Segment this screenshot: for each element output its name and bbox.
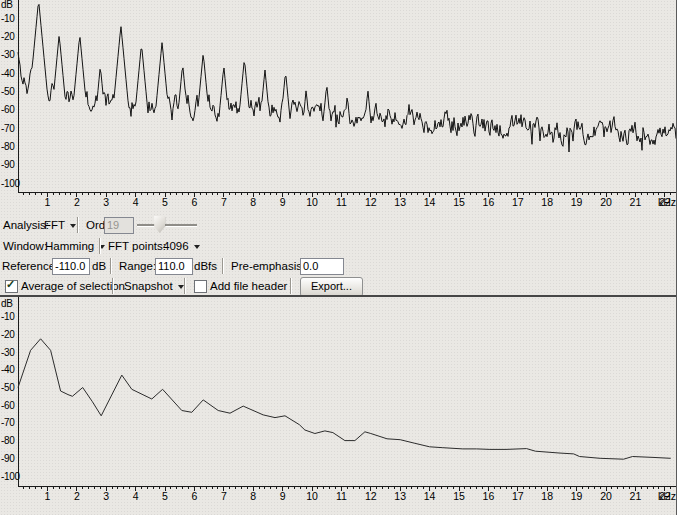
svg-text:12: 12 bbox=[365, 490, 377, 502]
svg-text:dB: dB bbox=[1, 298, 13, 309]
svg-text:20: 20 bbox=[600, 196, 612, 208]
svg-text:7: 7 bbox=[221, 490, 227, 502]
svg-text:-60: -60 bbox=[1, 104, 15, 115]
svg-text:11: 11 bbox=[336, 196, 347, 208]
svg-text:12: 12 bbox=[365, 196, 377, 208]
svg-text:20: 20 bbox=[600, 490, 612, 502]
actions-row: ✓ Average of selection Snapshot ✓ Add fi… bbox=[0, 277, 677, 297]
average-of-selection-checkbox[interactable]: ✓ bbox=[5, 280, 18, 293]
svg-text:10: 10 bbox=[306, 490, 318, 502]
analysis-label: Analysis: bbox=[3, 216, 49, 234]
svg-text:16: 16 bbox=[483, 490, 495, 502]
svg-text:21: 21 bbox=[630, 196, 642, 208]
svg-text:11: 11 bbox=[336, 490, 347, 502]
reference-row: Reference: -110.0 dB Range: 110.0 dBfs P… bbox=[0, 257, 677, 277]
separator bbox=[290, 278, 292, 294]
svg-text:-10: -10 bbox=[1, 311, 15, 322]
svg-text:19: 19 bbox=[571, 490, 583, 502]
svg-text:kHz: kHz bbox=[658, 196, 676, 208]
svg-text:3: 3 bbox=[103, 196, 109, 208]
range-field[interactable]: 110.0 bbox=[155, 258, 193, 275]
analysis-dropdown[interactable]: FFT bbox=[44, 216, 76, 234]
svg-text:2: 2 bbox=[74, 490, 80, 502]
spectrum-analysis-window: 12345678910111213141516171819202122kHzdB… bbox=[0, 0, 677, 515]
svg-text:6: 6 bbox=[191, 196, 197, 208]
window-label: Window: bbox=[3, 237, 47, 255]
separator bbox=[99, 238, 101, 254]
svg-text:-80: -80 bbox=[1, 141, 15, 152]
preemphasis-field[interactable]: 0.0 bbox=[300, 258, 344, 275]
fft-spectrum-panel: 12345678910111213141516171819202122kHzdB… bbox=[0, 0, 677, 213]
svg-text:-20: -20 bbox=[1, 31, 15, 42]
svg-text:-50: -50 bbox=[1, 86, 15, 97]
average-of-selection-label: Average of selection bbox=[21, 277, 125, 295]
separator bbox=[112, 278, 114, 294]
reference-label: Reference: bbox=[2, 257, 58, 275]
analysis-row: Analysis: FFT Order: 19 bbox=[0, 216, 677, 236]
order-field[interactable]: 19 bbox=[104, 217, 134, 234]
svg-text:-80: -80 bbox=[1, 435, 15, 446]
svg-text:6: 6 bbox=[191, 490, 197, 502]
svg-text:13: 13 bbox=[394, 196, 406, 208]
svg-text:dB: dB bbox=[1, 0, 13, 10]
chevron-down-icon bbox=[178, 285, 184, 289]
svg-text:5: 5 bbox=[162, 490, 168, 502]
preemphasis-label: Pre-emphasis: bbox=[231, 257, 305, 275]
svg-text:15: 15 bbox=[453, 196, 465, 208]
averaged-spectrum-chart: 12345678910111213141516171819202122kHzdB… bbox=[0, 297, 677, 515]
averaged-spectrum-panel: 12345678910111213141516171819202122kHzdB… bbox=[0, 295, 677, 515]
svg-text:9: 9 bbox=[280, 196, 286, 208]
chevron-down-icon bbox=[194, 245, 200, 249]
separator bbox=[77, 217, 79, 233]
svg-text:1: 1 bbox=[44, 490, 50, 502]
svg-text:-70: -70 bbox=[1, 417, 15, 428]
order-slider-thumb[interactable] bbox=[154, 216, 165, 233]
svg-text:8: 8 bbox=[250, 196, 256, 208]
svg-text:16: 16 bbox=[483, 196, 495, 208]
snapshot-button[interactable]: Snapshot bbox=[124, 277, 184, 295]
reference-unit-label: dB bbox=[92, 257, 106, 275]
checkmark-icon: ✓ bbox=[6, 278, 15, 291]
svg-text:1: 1 bbox=[44, 196, 50, 208]
svg-text:4: 4 bbox=[133, 490, 139, 502]
order-slider-track[interactable] bbox=[137, 224, 197, 227]
svg-text:13: 13 bbox=[394, 490, 406, 502]
window-dropdown[interactable]: Hamming bbox=[45, 237, 105, 255]
export-button[interactable]: Export... bbox=[300, 277, 363, 297]
svg-text:-50: -50 bbox=[1, 382, 15, 393]
svg-text:17: 17 bbox=[512, 196, 524, 208]
svg-text:18: 18 bbox=[541, 490, 553, 502]
svg-text:8: 8 bbox=[250, 490, 256, 502]
svg-text:-10: -10 bbox=[1, 13, 15, 24]
add-file-header-checkbox[interactable]: ✓ bbox=[194, 280, 207, 293]
svg-text:kHz: kHz bbox=[658, 490, 676, 502]
svg-text:3: 3 bbox=[103, 490, 109, 502]
separator bbox=[222, 258, 224, 274]
svg-text:-70: -70 bbox=[1, 123, 15, 134]
svg-text:-90: -90 bbox=[1, 159, 15, 170]
chevron-down-icon bbox=[70, 224, 76, 228]
reference-field[interactable]: -110.0 bbox=[52, 258, 90, 275]
range-label: Range: bbox=[119, 257, 156, 275]
svg-text:-30: -30 bbox=[1, 49, 15, 60]
window-row: Window: Hamming FFT points: 4096 bbox=[0, 237, 677, 257]
svg-text:-40: -40 bbox=[1, 364, 15, 375]
range-unit-label: dBfs bbox=[194, 257, 217, 275]
svg-text:-20: -20 bbox=[1, 329, 15, 340]
svg-text:-90: -90 bbox=[1, 453, 15, 464]
svg-text:14: 14 bbox=[424, 196, 436, 208]
svg-text:9: 9 bbox=[280, 490, 286, 502]
svg-text:-40: -40 bbox=[1, 68, 15, 79]
svg-text:17: 17 bbox=[512, 490, 524, 502]
svg-text:-100: -100 bbox=[1, 471, 21, 482]
fft-points-dropdown[interactable]: 4096 bbox=[163, 237, 200, 255]
svg-text:21: 21 bbox=[630, 490, 642, 502]
svg-text:-60: -60 bbox=[1, 400, 15, 411]
svg-text:7: 7 bbox=[221, 196, 227, 208]
add-file-header-label: Add file header bbox=[210, 277, 287, 295]
separator bbox=[184, 278, 186, 294]
svg-text:4: 4 bbox=[133, 196, 139, 208]
svg-text:-30: -30 bbox=[1, 347, 15, 358]
spectrum-controls: Analysis: FFT Order: 19 Window: Hamming … bbox=[0, 212, 677, 295]
svg-text:19: 19 bbox=[571, 196, 583, 208]
